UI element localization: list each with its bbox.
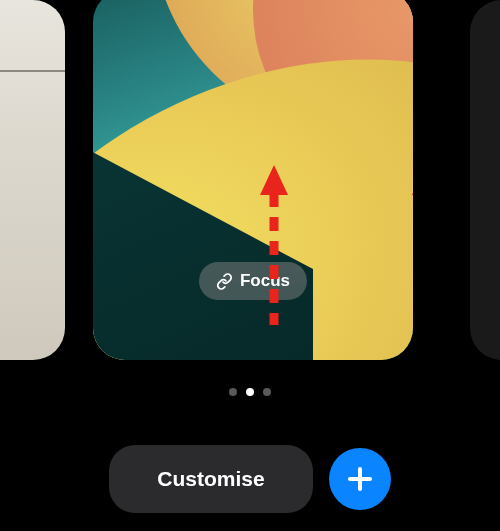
focus-pill-label: Focus bbox=[240, 271, 290, 291]
wallpaper-card-next[interactable] bbox=[470, 0, 500, 360]
link-icon bbox=[216, 273, 233, 290]
add-wallpaper-button[interactable] bbox=[329, 448, 391, 510]
page-dot bbox=[229, 388, 237, 396]
annotation-arrow-left bbox=[267, 165, 281, 325]
focus-link-pill[interactable]: Focus bbox=[199, 262, 307, 300]
wallpaper-carousel[interactable]: Focus bbox=[0, 0, 500, 390]
page-dot-active bbox=[246, 388, 254, 396]
bottom-toolbar: Customise bbox=[0, 445, 500, 513]
customise-button[interactable]: Customise bbox=[109, 445, 312, 513]
wallpaper-card-prev[interactable] bbox=[0, 0, 65, 360]
wallpaper-card-current[interactable]: Focus bbox=[93, 0, 413, 360]
page-indicator bbox=[0, 388, 500, 396]
plus-icon bbox=[345, 464, 375, 494]
page-dot bbox=[263, 388, 271, 396]
